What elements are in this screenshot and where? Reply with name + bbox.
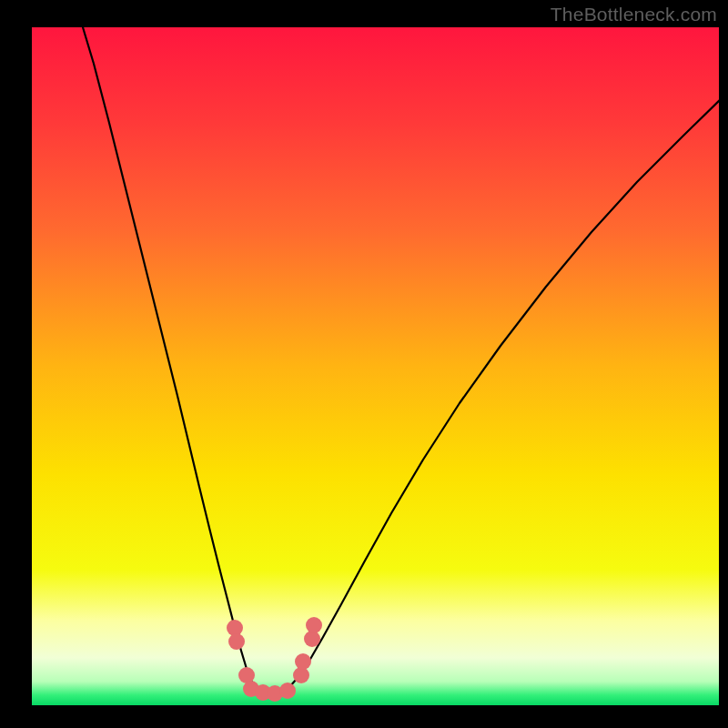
highlight-dot (228, 633, 245, 650)
highlight-dot (306, 617, 322, 633)
chart-plot-area (32, 27, 719, 705)
highlight-dot (295, 653, 311, 670)
watermark-text: TheBottleneck.com (551, 4, 717, 25)
chart-svg (32, 27, 719, 705)
chart-frame: TheBottleneck.com (0, 0, 728, 728)
chart-background-gradient (32, 27, 719, 705)
highlight-dot (279, 682, 296, 699)
